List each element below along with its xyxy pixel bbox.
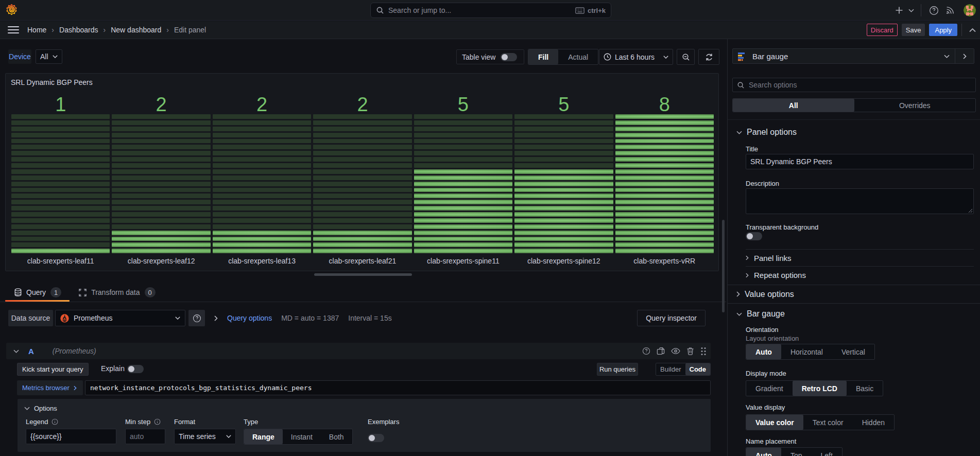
gauge-cell (414, 182, 512, 186)
prometheus-icon (60, 314, 69, 323)
gauge-cell (514, 218, 613, 223)
radio-option-left[interactable]: Left (811, 448, 841, 456)
query-row-header[interactable]: A (Prometheus) (6, 343, 711, 359)
promql-query-input[interactable]: network_instance_protocols_bgp_statistic… (85, 380, 711, 395)
avatar[interactable] (964, 4, 976, 16)
bar-gauge-panel[interactable]: SRL Dynamic BGP Peers 1clab-srexperts-le… (5, 73, 719, 271)
radio-option-value-color[interactable]: Value color (746, 415, 803, 430)
query-options-header[interactable]: Query options MD = auto = 1387 Interval … (214, 310, 392, 326)
description-textarea[interactable] (746, 188, 974, 214)
radio-option-auto[interactable]: Auto (746, 344, 781, 359)
min-step-input[interactable]: auto (125, 429, 165, 444)
chevron-down-icon (53, 55, 58, 58)
gauge-value: 1 (11, 94, 110, 115)
gauge-cell (414, 157, 512, 162)
radio-option-text-color[interactable]: Text color (803, 415, 853, 430)
query-inspector-button[interactable]: Query inspector (637, 310, 706, 326)
menu-toggle-icon[interactable] (8, 26, 19, 33)
apply-button[interactable]: Apply (929, 24, 957, 36)
datasource-picker[interactable]: Prometheus (55, 310, 185, 326)
gauge-cell (112, 120, 210, 125)
legend-input[interactable]: {{source}} (26, 429, 116, 444)
panel-options-header[interactable]: Panel options (736, 128, 797, 137)
radio-option-retro-lcd[interactable]: Retro LCD (793, 381, 847, 396)
visualization-picker[interactable]: Bar gauge (732, 48, 974, 64)
gauge-cell (514, 212, 613, 217)
variable-device-label[interactable]: Device (8, 49, 31, 64)
time-range-label: Last 6 hours (615, 53, 660, 61)
tab-query[interactable]: Query 1 (5, 283, 70, 302)
radio-option-top[interactable]: Top (781, 448, 812, 456)
add-chevron-down-icon[interactable] (905, 2, 917, 19)
time-range-picker[interactable]: Last 6 hours (599, 49, 673, 65)
explain-switch[interactable] (127, 365, 144, 373)
collapse-pane-button[interactable] (955, 49, 974, 63)
gauge-value: 8 (615, 94, 714, 115)
radio-option-basic[interactable]: Basic (847, 381, 883, 396)
grafana-logo-icon[interactable] (6, 3, 18, 16)
discard-button[interactable]: Discard (867, 24, 898, 36)
breadcrumb-item[interactable]: Dashboards (59, 26, 98, 34)
breadcrumb-item[interactable]: New dashboard (111, 26, 161, 34)
options-collapse-header[interactable]: Options (24, 405, 702, 412)
transparent-background-switch[interactable] (746, 232, 762, 240)
value-options-section[interactable]: Value options (728, 285, 980, 303)
bar-gauge-section-header[interactable]: Bar gauge (736, 309, 785, 319)
refresh-button[interactable] (698, 49, 719, 65)
repeat-options-section[interactable]: Repeat options (746, 266, 974, 284)
gauge-value: 5 (414, 94, 512, 115)
gauge-cell (213, 163, 311, 168)
trash-icon[interactable] (686, 347, 694, 355)
eye-icon[interactable] (671, 347, 680, 355)
gauge-cell (112, 237, 210, 241)
radio-option-instant[interactable]: Instant (283, 429, 321, 444)
table-view-toggle[interactable]: Table view (456, 49, 524, 64)
duplicate-icon[interactable] (657, 347, 665, 355)
scrollbar-thumb[interactable] (722, 220, 725, 312)
options-search-input[interactable]: Search options (732, 78, 976, 92)
query-help-icon[interactable] (642, 347, 650, 355)
format-select[interactable]: Time series (174, 429, 236, 444)
panel-title[interactable]: SRL Dynamic BGP Peers (11, 78, 93, 86)
save-button[interactable]: Save (902, 24, 925, 36)
panel-title-input[interactable]: SRL Dynamic BGP Peers (746, 154, 974, 169)
kick-start-button[interactable]: Kick start your query (17, 363, 89, 376)
table-view-switch[interactable] (501, 53, 517, 61)
breadcrumb-item[interactable]: Home (27, 26, 46, 34)
radio-option-gradient[interactable]: Gradient (746, 381, 793, 396)
radio-option-hidden[interactable]: Hidden (853, 415, 894, 430)
radio-option-both[interactable]: Both (321, 429, 352, 444)
collapse-header-icon[interactable] (969, 28, 976, 32)
panel-links-section[interactable]: Panel links (746, 249, 974, 266)
metrics-browser-label: Metrics browser (22, 384, 70, 392)
radio-option-actual[interactable]: Actual (558, 49, 598, 64)
radio-option-fill[interactable]: Fill (528, 49, 558, 64)
radio-option-overrides[interactable]: Overrides (854, 99, 976, 112)
zoom-out-button[interactable] (677, 49, 695, 65)
radio-option-range[interactable]: Range (244, 429, 283, 444)
datasource-help-button[interactable] (188, 310, 205, 326)
add-button[interactable] (893, 2, 905, 19)
radio-option-code[interactable]: Code (685, 363, 711, 375)
gauge-cell (313, 218, 411, 223)
radio-option-horizontal[interactable]: Horizontal (781, 344, 832, 359)
nav-actions (893, 0, 976, 21)
variable-device-dropdown[interactable]: All (36, 49, 62, 64)
help-icon[interactable] (925, 2, 942, 19)
drag-handle-icon[interactable] (700, 347, 707, 356)
radio-option-auto[interactable]: Auto (746, 448, 781, 456)
run-queries-button[interactable]: Run queries (597, 363, 638, 376)
metrics-browser-button[interactable]: Metrics browser (17, 380, 83, 395)
radio-option-builder[interactable]: Builder (656, 363, 685, 375)
exemplars-switch[interactable] (368, 434, 384, 442)
pane-resize-handle[interactable] (314, 273, 412, 276)
radio-option-all[interactable]: All (733, 99, 854, 112)
gauge-cell (414, 194, 512, 198)
gauge-cell (213, 127, 311, 131)
news-icon[interactable] (942, 2, 958, 19)
radio-option-vertical[interactable]: Vertical (832, 344, 874, 359)
tab-transform[interactable]: Transform data 0 (70, 283, 163, 302)
gauge-cell (11, 182, 110, 186)
search-input[interactable]: Search or jump to... ctrl+k (370, 3, 611, 18)
value-options-label: Value options (745, 290, 794, 299)
